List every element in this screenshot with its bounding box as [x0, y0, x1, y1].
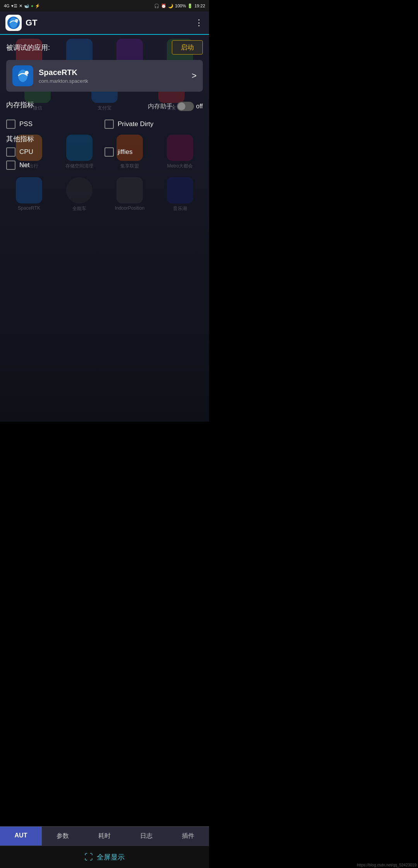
svg-point-2 [15, 19, 18, 22]
checkbox-jiffies-label: jiffies [118, 148, 132, 156]
wifi-icon: ▾☰ [11, 3, 17, 9]
other-checkboxes: CPU jiffies Net [6, 147, 203, 170]
logo-svg [7, 16, 21, 30]
checkbox-private-dirty[interactable]: Private Dirty [104, 120, 203, 129]
checkbox-jiffies[interactable]: jiffies [104, 147, 203, 157]
toggle-thumb [178, 103, 185, 110]
signal-icon: 4G [4, 3, 10, 8]
start-button[interactable]: 启动 [172, 40, 203, 55]
checkbox-cpu-box[interactable] [6, 147, 15, 157]
app-card[interactable]: SpaceRTK com.markton.spacertk > [6, 60, 203, 92]
spacertk-icon-svg [14, 67, 31, 84]
toggle-state-label: off [196, 103, 203, 110]
tested-app-row: 被调试的应用: 启动 [6, 40, 203, 55]
sim-icon: ✕ [19, 3, 22, 9]
battery-text: 100% [175, 3, 186, 8]
checkbox-cpu[interactable]: CPU [6, 147, 104, 157]
other-section: 其他指标 CPU jiffies Net [6, 134, 203, 170]
status-bar: 4G ▾☰ ✕ 🐋 ● ⚡ 🎧 ⏰ 🌙 100% 🔋 19:22 [0, 0, 209, 12]
app-logo [5, 15, 22, 31]
app-icon-small: 🐋 [24, 3, 29, 9]
overlay-panel: 被调试的应用: 启动 SpaceRTK com.markton.spacertk… [0, 35, 209, 229]
app-card-arrow[interactable]: > [192, 71, 197, 81]
app-card-icon [12, 65, 33, 86]
menu-button[interactable]: ⋮ [195, 18, 204, 28]
app-bar: GT ⋮ [0, 12, 209, 35]
app-card-info: SpaceRTK com.markton.spacertk [39, 68, 192, 84]
memory-section: 内存指标 内存助手: off PSS Private Dirty [6, 99, 203, 129]
memory-title: 内存指标 [6, 100, 34, 109]
moon-icon: 🌙 [168, 3, 173, 9]
mem-header: 内存指标 内存助手: off [6, 99, 203, 114]
alarm-icon: ⏰ [161, 3, 166, 9]
battery-icon: 🔋 [187, 3, 193, 9]
memory-helper-label: 内存助手: [148, 103, 174, 111]
time-text: 19:22 [194, 3, 205, 8]
checkbox-pss[interactable]: PSS [6, 120, 104, 129]
tested-app-label: 被调试的应用: [6, 43, 50, 52]
memory-helper-toggle[interactable]: 内存助手: off [148, 102, 203, 111]
other-title: 其他指标 [6, 135, 34, 143]
checkbox-net-box[interactable] [6, 161, 15, 170]
app-title: GT [26, 18, 195, 28]
memory-checkboxes: PSS Private Dirty [6, 120, 203, 129]
headphone-icon: 🎧 [154, 3, 159, 9]
usb-icon: ⚡ [35, 3, 40, 9]
checkbox-pss-label: PSS [19, 120, 33, 128]
app-card-name: SpaceRTK [39, 68, 192, 77]
checkbox-cpu-label: CPU [19, 148, 33, 156]
toggle-track[interactable] [177, 102, 194, 111]
app-wrapper: 华为应用 华为商城 实用应用 实用应用 微信 支付宝 [0, 35, 209, 422]
svg-point-5 [25, 71, 29, 75]
app-card-pkg: com.markton.spacertk [39, 78, 192, 84]
checkbox-private-dirty-label: Private Dirty [118, 120, 154, 128]
checkbox-private-dirty-box[interactable] [104, 120, 114, 129]
green-dot: ● [31, 3, 34, 8]
checkbox-jiffies-box[interactable] [104, 147, 114, 157]
checkbox-net[interactable]: Net [6, 161, 104, 170]
status-right: 🎧 ⏰ 🌙 100% 🔋 19:22 [154, 3, 205, 9]
checkbox-net-label: Net [19, 161, 29, 169]
checkbox-pss-box[interactable] [6, 120, 15, 129]
status-left: 4G ▾☰ ✕ 🐋 ● ⚡ [4, 3, 40, 9]
